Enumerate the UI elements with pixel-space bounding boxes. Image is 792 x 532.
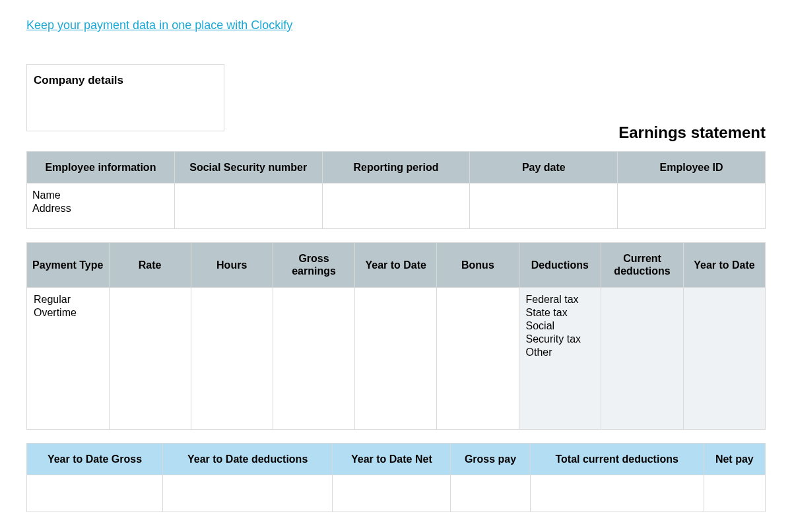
current-ded-cell xyxy=(601,287,684,429)
ytd-earn-cell xyxy=(355,287,437,429)
emp-address-label: Address xyxy=(32,202,169,215)
payment-type-regular: Regular xyxy=(34,293,102,306)
col-employee-id: Employee ID xyxy=(618,152,766,183)
gross-pay-cell xyxy=(451,475,530,512)
col-gross-earnings: Gross earnings xyxy=(273,243,354,287)
col-rate: Rate xyxy=(109,243,191,287)
col-ssn: Social Security number xyxy=(174,152,322,183)
emp-name-address-cell: Name Address xyxy=(27,183,175,229)
deduction-federal: Federal tax xyxy=(526,293,595,306)
col-total-current-ded: Total current deductions xyxy=(530,443,704,475)
deduction-ss: Social Security tax xyxy=(526,319,595,346)
col-bonus: Bonus xyxy=(437,243,519,287)
payment-table: Payment Type Rate Hours Gross earnings Y… xyxy=(26,242,766,429)
col-gross-pay: Gross pay xyxy=(451,443,530,475)
col-ytd-ded: Year to Date deductions xyxy=(162,443,332,475)
col-payment-type: Payment Type xyxy=(27,243,110,287)
payment-type-cell: Regular Overtime xyxy=(27,287,110,429)
ytd-ded-cell xyxy=(683,287,765,429)
company-details-label: Company details xyxy=(34,74,123,86)
bonus-cell xyxy=(437,287,519,429)
col-employee-info: Employee information xyxy=(27,152,175,183)
col-current-deductions: Current deductions xyxy=(601,243,684,287)
deduction-other: Other xyxy=(526,346,595,359)
ytd-ded-total-cell xyxy=(162,475,332,512)
col-ytd-deductions: Year to Date xyxy=(683,243,765,287)
table-row: Regular Overtime Federal tax State tax S… xyxy=(27,287,766,429)
rate-cell xyxy=(109,287,191,429)
gross-cell xyxy=(273,287,354,429)
emp-period-cell xyxy=(322,183,470,229)
deductions-cell: Federal tax State tax Social Security ta… xyxy=(519,287,601,429)
total-cur-ded-cell xyxy=(530,475,704,512)
col-reporting-period: Reporting period xyxy=(322,152,470,183)
emp-id-cell xyxy=(618,183,766,229)
table-row xyxy=(27,475,766,512)
col-ytd-earnings: Year to Date xyxy=(355,243,437,287)
table-row: Name Address xyxy=(27,183,766,229)
col-pay-date: Pay date xyxy=(470,152,618,183)
ytd-gross-cell xyxy=(27,475,163,512)
emp-ssn-cell xyxy=(174,183,322,229)
emp-paydate-cell xyxy=(470,183,618,229)
col-deductions: Deductions xyxy=(519,243,601,287)
totals-table: Year to Date Gross Year to Date deductio… xyxy=(26,443,766,512)
emp-name-label: Name xyxy=(32,189,169,202)
promo-link[interactable]: Keep your payment data in one place with… xyxy=(26,18,292,32)
ytd-net-cell xyxy=(333,475,451,512)
col-ytd-net: Year to Date Net xyxy=(333,443,451,475)
employee-info-table: Employee information Social Security num… xyxy=(26,151,766,229)
deduction-state: State tax xyxy=(526,306,595,319)
col-net-pay: Net pay xyxy=(704,443,765,475)
hours-cell xyxy=(191,287,273,429)
col-hours: Hours xyxy=(191,243,273,287)
page-title: Earnings statement xyxy=(26,123,766,142)
net-pay-cell xyxy=(704,475,765,512)
col-ytd-gross: Year to Date Gross xyxy=(27,443,163,475)
payment-type-overtime: Overtime xyxy=(34,306,102,319)
company-details-box: Company details xyxy=(26,64,224,131)
